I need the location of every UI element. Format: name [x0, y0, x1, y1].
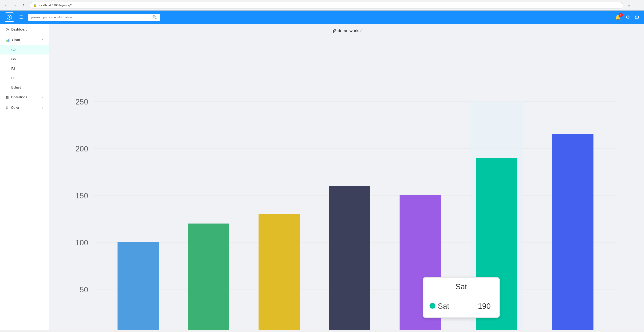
menu-toggle-button[interactable]: ☰: [18, 13, 24, 21]
app-header: A ☰ 🔍 🔔 5 ⚙ ⏻: [0, 10, 644, 24]
tooltip-title: Sat: [456, 283, 467, 291]
other-icon: ⚙: [6, 106, 9, 109]
sidebar-operations-label: Operations: [11, 95, 27, 99]
notification-button[interactable]: 🔔 5: [615, 14, 621, 20]
bar-chart-svg: 0 50 100 150 200 250 Mon: [59, 43, 634, 330]
bar-thu[interactable]: [329, 186, 370, 330]
tooltip-label-text: Sat: [438, 302, 450, 311]
browser-toolbar: ← → ↻ 🔒 ☆ ⋮: [0, 0, 644, 10]
echart-label: Echart: [11, 85, 21, 89]
page-title: g2-demo works!: [54, 28, 639, 33]
svg-text:A: A: [8, 16, 10, 18]
app-logo: A: [5, 12, 14, 22]
other-chevron-icon: ∨: [41, 106, 44, 109]
tooltip-value-text: 190: [478, 302, 490, 311]
bar-mon[interactable]: [118, 242, 159, 330]
chart-group-icon: 📊: [6, 38, 10, 42]
bar-sun[interactable]: [552, 134, 594, 330]
notification-badge: 5: [618, 13, 623, 17]
svg-text:200: 200: [76, 145, 88, 153]
svg-text:250: 250: [76, 98, 88, 106]
header-search: 🔍: [28, 14, 160, 21]
bar-wed[interactable]: [258, 214, 300, 330]
d3-label: D3: [11, 76, 16, 80]
more-button[interactable]: ⋮: [634, 2, 641, 8]
sidebar-item-f2[interactable]: F2: [0, 64, 49, 73]
chart-svg-wrapper: 0 50 100 150 200 250 Mon: [59, 43, 634, 330]
sidebar-item-g6[interactable]: G6: [0, 54, 49, 64]
svg-text:50: 50: [80, 286, 88, 294]
url-input[interactable]: [39, 3, 620, 7]
back-button[interactable]: ←: [3, 2, 10, 8]
address-bar[interactable]: 🔒: [30, 2, 623, 8]
browser-chrome: ← → ↻ 🔒 ☆ ⋮: [0, 0, 644, 10]
f2-label: F2: [11, 67, 15, 70]
chart-chevron-icon: ∧: [41, 38, 44, 41]
sidebar-chart-label: Chart: [12, 38, 20, 42]
operations-chevron-icon: ∨: [41, 96, 44, 99]
g2-label: G2: [11, 48, 16, 52]
svg-text:100: 100: [76, 239, 88, 247]
sidebar-group-chart[interactable]: 📊 Chart ∧: [0, 35, 49, 45]
chart-container: 0 50 100 150 200 250 Mon: [54, 38, 639, 330]
refresh-button[interactable]: ↻: [21, 2, 27, 8]
search-input[interactable]: [31, 15, 150, 19]
svg-text:150: 150: [76, 192, 88, 200]
sidebar-other-label: Other: [11, 106, 19, 109]
bar-tue[interactable]: [188, 224, 229, 330]
sidebar-item-echart[interactable]: Echart: [0, 83, 49, 92]
operations-icon: ▦: [6, 95, 9, 99]
tooltip-dot: [430, 303, 436, 309]
power-button[interactable]: ⏻: [634, 14, 639, 20]
sidebar-dashboard-label: Dashboard: [11, 27, 28, 31]
g6-label: G6: [11, 57, 16, 61]
sidebar-item-d3[interactable]: D3: [0, 73, 49, 83]
sidebar: ◷ Dashboard 📊 Chart ∧ G2 G6 F2 D3 Echart…: [0, 24, 49, 330]
settings-button[interactable]: ⚙: [626, 14, 630, 20]
sidebar-item-g2[interactable]: G2: [0, 45, 49, 54]
lock-icon: 🔒: [33, 3, 37, 7]
forward-button[interactable]: →: [12, 2, 18, 8]
header-actions: 🔔 5 ⚙ ⏻: [615, 14, 639, 20]
star-button[interactable]: ☆: [626, 2, 632, 8]
sidebar-item-dashboard[interactable]: ◷ Dashboard: [0, 24, 49, 35]
dashboard-icon: ◷: [6, 27, 9, 31]
sidebar-group-other[interactable]: ⚙ Other ∨: [0, 102, 49, 113]
sidebar-group-operations[interactable]: ▦ Operations ∨: [0, 92, 49, 102]
search-icon: 🔍: [152, 15, 157, 19]
app-body: ◷ Dashboard 📊 Chart ∧ G2 G6 F2 D3 Echart…: [0, 24, 644, 330]
main-content: g2-demo works! 0 50 100 150 200 250: [49, 24, 644, 330]
